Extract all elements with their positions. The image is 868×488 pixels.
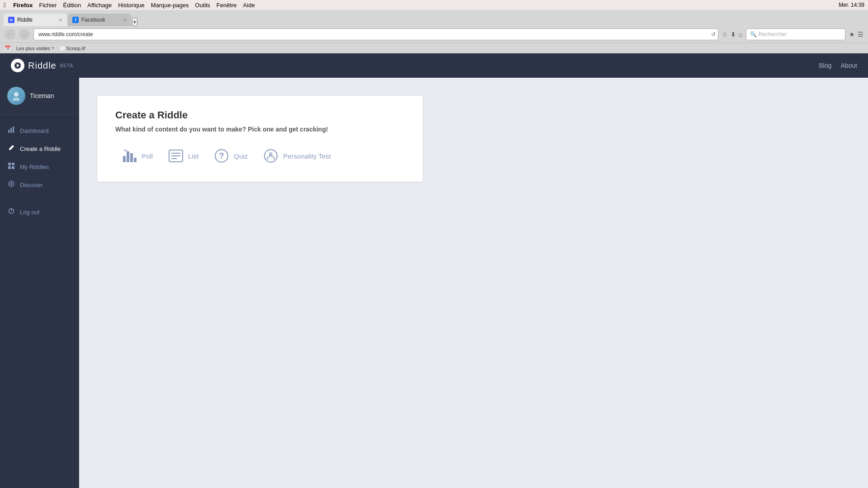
bookmarks-bar: 📅 Les plus visités ▾ Scoop.it! xyxy=(0,42,868,53)
sidebar-item-logout[interactable]: Log out xyxy=(0,203,79,221)
sidebar-item-create[interactable]: Create a Riddle xyxy=(0,140,79,158)
mac-menubar:  Firefox Fichier Édition Affichage Hist… xyxy=(0,0,868,10)
bar-chart-icon xyxy=(8,126,15,133)
bookmark-icon[interactable]: ★ xyxy=(849,31,855,38)
menu-items: Firefox Fichier Édition Affichage Histor… xyxy=(13,2,255,9)
sidebar: Ticeman Dashboard Crea xyxy=(0,78,79,488)
menu-marques[interactable]: Marque-pages xyxy=(151,2,189,9)
menu-fichier[interactable]: Fichier xyxy=(39,2,57,9)
my-riddles-icon xyxy=(7,162,15,171)
type-quiz[interactable]: ? Quiz xyxy=(208,144,253,168)
dashboard-icon xyxy=(7,126,15,135)
logout-icon xyxy=(7,207,15,216)
refresh-icon[interactable]: ↺ xyxy=(711,31,716,38)
scoopit-favicon xyxy=(60,46,65,51)
svg-marker-12 xyxy=(10,182,12,186)
tab-riddle-close[interactable]: ✕ xyxy=(59,18,62,23)
menu-firefox[interactable]: Firefox xyxy=(13,2,33,9)
pencil-icon xyxy=(8,144,15,151)
menu-affichage[interactable]: Affichage xyxy=(87,2,112,9)
bookmarks-label: 📅 xyxy=(5,45,11,51)
bookmark-most-visited[interactable]: Les plus visités ▾ xyxy=(16,45,54,51)
dashboard-label: Dashboard xyxy=(20,127,49,134)
svg-rect-15 xyxy=(123,156,126,162)
create-icon xyxy=(7,144,15,153)
back-button[interactable]: ← xyxy=(5,29,15,40)
most-visited-arrow: ▾ xyxy=(52,45,54,51)
list-label: List xyxy=(188,152,198,160)
tab-facebook-close[interactable]: ✕ xyxy=(123,18,127,23)
main-layout: Ticeman Dashboard Crea xyxy=(0,78,868,488)
personality-icon xyxy=(262,147,279,164)
svg-rect-17 xyxy=(130,153,133,162)
personality-test-label: Personality Test xyxy=(283,152,331,160)
clock: Mer. 14:39 xyxy=(839,2,864,8)
extra-toolbar-icons: ★ ☰ xyxy=(849,31,863,38)
header-about-link[interactable]: About xyxy=(840,62,857,69)
tab-bar: R Riddle ✕ f Facebook ✕ + xyxy=(0,10,868,26)
download-icon[interactable]: ⬇ xyxy=(731,31,736,38)
app-header: Riddle BETA Blog About xyxy=(0,53,868,78)
sidebar-item-my-riddles[interactable]: My Riddles xyxy=(0,158,79,176)
riddle-favicon: R xyxy=(8,17,14,23)
type-list[interactable]: List xyxy=(162,144,204,168)
poll-icon xyxy=(121,147,138,164)
search-icon: 🔍 xyxy=(750,31,757,38)
create-panel: Create a Riddle What kind of content do … xyxy=(97,96,423,182)
toolbar-icons: ☆ ⬇ ⌂ xyxy=(722,31,742,38)
svg-point-2 xyxy=(14,92,19,97)
menu-aide[interactable]: Aide xyxy=(243,2,255,9)
search-bar[interactable]: 🔍 Rechercher xyxy=(746,28,845,40)
header-blog-link[interactable]: Blog xyxy=(819,62,831,69)
logo-text: Riddle xyxy=(28,61,57,71)
svg-rect-4 xyxy=(8,130,9,133)
content-area: Create a Riddle What kind of content do … xyxy=(79,78,868,488)
star-icon[interactable]: ☆ xyxy=(722,31,728,38)
list-icon xyxy=(167,147,184,164)
apple-menu[interactable]:  xyxy=(4,1,6,9)
svg-point-3 xyxy=(13,98,20,101)
beta-badge: BETA xyxy=(60,63,73,68)
menu-edition[interactable]: Édition xyxy=(63,2,81,9)
user-profile: Ticeman xyxy=(0,87,79,114)
avatar-svg xyxy=(11,91,21,101)
svg-rect-7 xyxy=(8,163,11,165)
logo-icon xyxy=(11,59,24,72)
poll-label: Poll xyxy=(142,152,153,160)
home-icon[interactable]: ⌂ xyxy=(739,31,742,38)
search-placeholder: Rechercher xyxy=(759,31,787,38)
bookmark-scoopit[interactable]: Scoop.it! xyxy=(60,46,86,51)
logout-label: Log out xyxy=(20,209,39,216)
facebook-favicon: f xyxy=(72,17,79,23)
tab-riddle[interactable]: R Riddle ✕ xyxy=(4,14,67,26)
avatar xyxy=(7,87,25,105)
new-tab-button[interactable]: + xyxy=(132,18,137,26)
scoopit-label: Scoop.it! xyxy=(66,46,86,51)
panel-title: Create a Riddle xyxy=(115,109,405,121)
forward-button[interactable]: → xyxy=(19,29,30,40)
menu-fenetre[interactable]: Fenêtre xyxy=(217,2,237,9)
svg-rect-6 xyxy=(13,127,14,133)
menu-historique[interactable]: Historique xyxy=(118,2,145,9)
header-nav: Blog About xyxy=(819,62,857,69)
svg-rect-5 xyxy=(10,128,12,133)
most-visited-label: Les plus visités xyxy=(16,46,50,51)
type-poll[interactable]: Poll xyxy=(115,144,158,168)
system-tray: Mer. 14:39 xyxy=(839,2,864,8)
address-bar[interactable]: www.riddle.com/create xyxy=(33,28,718,40)
tab-facebook[interactable]: f Facebook ✕ xyxy=(68,14,131,26)
svg-rect-9 xyxy=(8,166,11,169)
create-label: Create a Riddle xyxy=(20,145,61,152)
username: Ticeman xyxy=(30,92,54,99)
app-logo: Riddle BETA xyxy=(11,59,73,72)
grid-icon xyxy=(8,162,15,169)
menu-outils[interactable]: Outils xyxy=(195,2,210,9)
sidebar-item-dashboard[interactable]: Dashboard xyxy=(0,122,79,140)
menu-icon[interactable]: ☰ xyxy=(858,31,863,38)
sidebar-item-discover[interactable]: Discover xyxy=(0,176,79,194)
type-personality-test[interactable]: Personality Test xyxy=(257,144,336,168)
power-icon xyxy=(8,207,15,215)
svg-rect-8 xyxy=(12,163,14,165)
app-container: Riddle BETA Blog About Ticeman xyxy=(0,53,868,488)
content-types-row: Poll List xyxy=(115,144,405,168)
